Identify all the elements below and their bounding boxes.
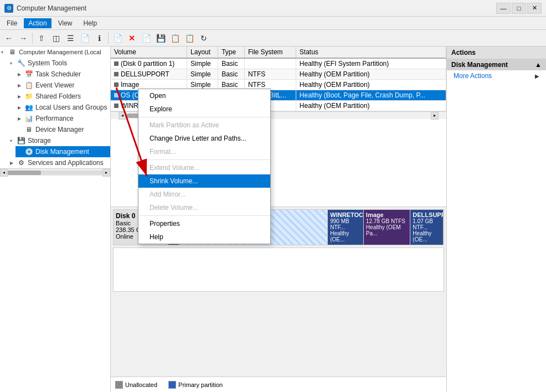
- action-more-actions[interactable]: More Actions ▶: [447, 70, 546, 81]
- partition-dellsupport[interactable]: DELLSUPP... 1.07 GB NTF... Healthy (OE..…: [410, 210, 444, 245]
- task-scheduler-icon: 📅: [24, 70, 33, 79]
- partition-image[interactable]: Image 12.78 GB NTFS Healthy (OEM Pa...: [364, 210, 410, 245]
- sidebar-label: Computer Management (Local: [19, 49, 101, 55]
- partition-size: 12.78 GB NTFS: [366, 218, 408, 224]
- context-menu: Open Explore Mark Partition as Active Ch…: [138, 89, 271, 244]
- actions-header: Actions: [447, 47, 546, 59]
- new-button: 📄: [111, 32, 124, 45]
- minimize-button[interactable]: —: [496, 3, 511, 14]
- scroll-left[interactable]: ◂: [119, 112, 126, 120]
- col-type[interactable]: Type: [218, 47, 245, 58]
- maximize-button[interactable]: □: [512, 3, 526, 14]
- partition-winretoc[interactable]: WINRETOC 990 MB NTF... Healthy (OE...: [328, 210, 364, 245]
- sidebar-item-shared-folders[interactable]: ▶ 📁 Shared Folders: [16, 91, 110, 102]
- sidebar-item-storage[interactable]: ▾ 💾 Storage: [8, 135, 110, 146]
- partition-size: 990 MB NTF...: [330, 218, 361, 230]
- table-row[interactable]: (Disk 0 partition 1) SimpleBasic Healthy…: [111, 58, 446, 69]
- sidebar-item-event-viewer[interactable]: ▶ 📋 Event Viewer: [16, 80, 110, 91]
- sidebar-item-device-manager[interactable]: 🖥 Device Manager: [16, 124, 110, 135]
- legend-unallocated: Unallocated: [115, 381, 157, 389]
- performance-icon: 📊: [24, 114, 33, 123]
- expand-arrow: ▶: [18, 83, 24, 88]
- menu-help[interactable]: Help: [79, 18, 102, 28]
- sidebar-item-local-users[interactable]: ▶ 👥 Local Users and Groups: [16, 102, 110, 113]
- collapse-icon[interactable]: ▲: [535, 61, 542, 69]
- copy-button[interactable]: 📋: [168, 32, 182, 45]
- menu-action[interactable]: Action: [24, 18, 51, 28]
- ctx-open[interactable]: Open: [138, 89, 270, 102]
- sidebar-label: Local Users and Groups: [35, 104, 107, 111]
- sidebar-item-performance[interactable]: ▶ 📊 Performance: [16, 113, 110, 124]
- sidebar-scrollbar[interactable]: ◂ ▸: [0, 168, 110, 176]
- red-x-button[interactable]: ✕: [125, 32, 138, 45]
- ctx-add-mirror: Add Mirror...: [138, 188, 270, 201]
- up-button[interactable]: ⇧: [35, 32, 48, 45]
- menu-bar: File Action View Help: [0, 17, 546, 30]
- expand-arrow: ▶: [18, 105, 24, 110]
- paste-button[interactable]: 📋: [183, 32, 196, 45]
- sidebar-label: Disk Management: [35, 148, 89, 156]
- legend: Unallocated Primary partition: [111, 376, 446, 392]
- col-status[interactable]: Status: [296, 47, 446, 58]
- back-button[interactable]: ←: [2, 32, 16, 45]
- sidebar-item-computer-management[interactable]: ▾ 🖥 Computer Management (Local: [0, 47, 110, 58]
- save-button[interactable]: 💾: [154, 32, 167, 45]
- partition-name: Image: [366, 212, 408, 218]
- ctx-mark-active: Mark Partition as Active: [138, 118, 270, 132]
- system-tools-icon: 🔧: [17, 59, 25, 68]
- export-button[interactable]: 📄: [78, 32, 91, 45]
- ctx-explore[interactable]: Explore: [138, 102, 270, 116]
- main-layout: ▾ 🖥 Computer Management (Local ▾ 🔧 Syste…: [0, 47, 546, 392]
- sidebar-label: Storage: [28, 137, 51, 145]
- sidebar-label: System Tools: [28, 59, 67, 67]
- show-hide-button[interactable]: ◫: [49, 32, 63, 45]
- expand-arrow: ▶: [18, 72, 24, 77]
- forward-button[interactable]: →: [17, 32, 30, 45]
- scroll-left-btn[interactable]: ◂: [0, 169, 8, 177]
- partition-name: DELLSUPP...: [413, 212, 441, 218]
- partition-name: WINRETOC: [330, 212, 361, 218]
- menu-file[interactable]: File: [2, 18, 22, 28]
- sidebar-item-services[interactable]: ▶ ⚙ Services and Applications: [8, 157, 110, 168]
- properties-button[interactable]: 📄: [140, 32, 153, 45]
- ctx-extend: Extend Volume...: [138, 161, 270, 174]
- actions-panel: Actions Disk Management ▲ More Actions ▶: [446, 47, 546, 392]
- unallocated-box: [115, 381, 123, 389]
- sidebar-item-task-scheduler[interactable]: ▶ 📅 Task Scheduler: [16, 69, 110, 80]
- app-icon: ⚙: [4, 4, 13, 13]
- col-layout[interactable]: Layout: [187, 47, 218, 58]
- ctx-delete: Delete Volume...: [138, 201, 270, 214]
- local-users-icon: 👥: [24, 103, 33, 112]
- sidebar-item-system-tools[interactable]: ▾ 🔧 System Tools: [8, 58, 110, 69]
- expand-arrow: ▶: [18, 94, 24, 99]
- col-filesystem[interactable]: File System: [244, 47, 296, 58]
- computer-icon: 🖥: [8, 48, 17, 56]
- col-volume[interactable]: Volume: [111, 47, 187, 58]
- ctx-change-drive[interactable]: Change Drive Letter and Paths...: [138, 132, 270, 145]
- view-button[interactable]: ☰: [64, 32, 77, 45]
- expand-arrow: ▾: [1, 50, 8, 55]
- event-viewer-icon: 📋: [24, 81, 33, 90]
- device-manager-icon: 🖥: [24, 125, 33, 134]
- scroll-right[interactable]: ▸: [431, 112, 439, 120]
- ctx-properties[interactable]: Properties: [138, 217, 270, 230]
- ctx-sep-1: [138, 117, 270, 117]
- scroll-right-btn[interactable]: ▸: [102, 169, 110, 177]
- sidebar-label: Device Manager: [35, 126, 84, 133]
- more-actions-arrow: ▶: [535, 73, 539, 79]
- ctx-help[interactable]: Help: [138, 230, 270, 244]
- undo-button[interactable]: ↻: [197, 32, 210, 45]
- menu-view[interactable]: View: [54, 18, 77, 28]
- table-row[interactable]: DELLSUPPORT SimpleBasicNTFS Healthy (OEM…: [111, 69, 446, 80]
- sidebar-item-disk-management[interactable]: 💿 Disk Management: [16, 146, 110, 157]
- action-section-disk-management: Disk Management ▲: [447, 59, 546, 70]
- sidebar: ▾ 🖥 Computer Management (Local ▾ 🔧 Syste…: [0, 47, 111, 392]
- sidebar-label: Services and Applications: [28, 159, 104, 167]
- ctx-shrink[interactable]: Shrink Volume...: [138, 174, 270, 188]
- ctx-sep-2: [138, 159, 270, 160]
- toolbar: ← → ⇧ ◫ ☰ 📄 ℹ 📄 ✕ 📄 💾 📋 📋 ↻: [0, 30, 546, 47]
- help-button[interactable]: ℹ: [92, 32, 106, 45]
- sidebar-label: Performance: [35, 115, 74, 122]
- close-button[interactable]: ✕: [527, 3, 542, 14]
- ctx-sep-3: [138, 215, 270, 216]
